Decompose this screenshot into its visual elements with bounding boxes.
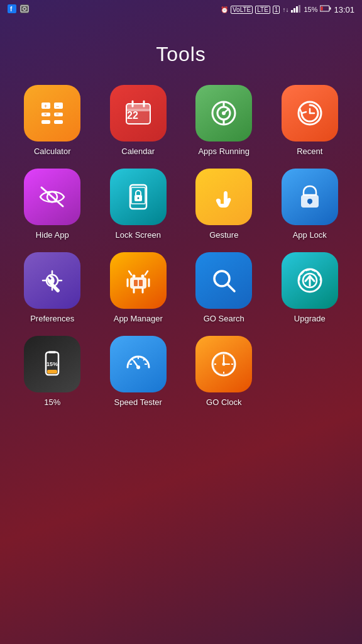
svg-rect-57 <box>139 280 143 286</box>
app-item-app-lock[interactable]: App Lock <box>270 169 350 240</box>
svg-rect-49 <box>130 277 146 289</box>
app-item-preferences[interactable]: Preferences <box>13 252 92 323</box>
signal-bars <box>291 5 301 14</box>
recent-label: Recent <box>297 147 322 156</box>
battery-icon-bg: 15% <box>24 336 80 392</box>
calculator-icon-bg: + − × = <box>24 85 80 142</box>
svg-line-59 <box>228 284 234 291</box>
go-search-icon-bg <box>195 252 252 309</box>
svg-rect-64 <box>48 351 56 353</box>
alarm-icon: ⏰ <box>221 6 228 13</box>
lte-indicator: LTE <box>255 6 270 14</box>
svg-text:15%: 15% <box>47 361 58 367</box>
app-grid: + − × = Calculator 22 Calendar <box>0 85 362 407</box>
app-item-app-manager[interactable]: App Manager <box>99 252 178 323</box>
svg-rect-5 <box>291 10 293 13</box>
speed-tester-icon-bg <box>110 336 167 392</box>
speed-tester-label: Speed Tester <box>114 397 162 407</box>
hide-app-icon-bg <box>24 169 80 225</box>
facebook-icon: f <box>8 4 16 15</box>
app-item-gesture[interactable]: Gesture <box>184 169 264 240</box>
svg-rect-11 <box>321 7 323 11</box>
app-manager-icon-bg <box>110 252 167 309</box>
app-item-apps-running[interactable]: Apps Running <box>184 85 264 156</box>
svg-rect-6 <box>293 8 295 13</box>
upgrade-icon-bg <box>282 252 338 309</box>
svg-text:−: − <box>56 103 59 109</box>
data-arrows: ↑↓ <box>282 6 288 13</box>
gesture-icon-bg <box>195 169 252 225</box>
page-title: Tools <box>0 43 362 66</box>
svg-point-48 <box>141 275 144 278</box>
svg-line-54 <box>129 271 131 275</box>
app-item-battery[interactable]: 15% 15% <box>13 336 92 407</box>
svg-text:22: 22 <box>127 110 138 121</box>
battery-label: 15% <box>44 397 60 407</box>
svg-rect-56 <box>134 280 138 286</box>
app-item-go-search[interactable]: GO Search <box>184 252 264 323</box>
svg-text:+: + <box>44 103 47 109</box>
app-lock-icon-bg <box>282 169 338 225</box>
app-item-hide-app[interactable]: Hide App <box>13 169 92 240</box>
apps-running-icon-bg <box>195 85 252 142</box>
app-item-recent[interactable]: Recent <box>270 85 350 156</box>
svg-line-39 <box>41 187 63 206</box>
svg-line-55 <box>145 271 148 275</box>
svg-rect-10 <box>330 8 331 10</box>
svg-rect-46 <box>309 201 310 204</box>
svg-text:×: × <box>44 111 47 117</box>
svg-rect-65 <box>47 370 57 374</box>
apps-running-label: Apps Running <box>198 147 250 156</box>
photo-icon <box>20 4 29 15</box>
app-item-go-clock[interactable]: GO Clock <box>184 336 264 407</box>
calendar-icon-bg: 22 <box>110 85 167 142</box>
app-item-speed-tester[interactable]: Speed Tester <box>99 336 178 407</box>
signal-number: 1 <box>273 6 280 14</box>
gesture-label: Gesture <box>209 230 238 240</box>
upgrade-label: Upgrade <box>294 314 326 323</box>
battery-percent-status: 15% <box>304 6 317 13</box>
app-item-calculator[interactable]: + − × = Calculator <box>13 85 92 156</box>
calculator-label: Calculator <box>34 147 71 156</box>
battery-icon <box>320 5 331 14</box>
app-item-lock-screen[interactable]: Lock Screen <box>99 169 178 240</box>
svg-point-73 <box>136 365 140 369</box>
status-bar: f ⏰ VoLTE LTE 1 ↑↓ 15% <box>0 0 362 18</box>
status-left-icons: f <box>8 4 29 15</box>
svg-rect-7 <box>296 6 298 13</box>
status-right: ⏰ VoLTE LTE 1 ↑↓ 15% 13:01 <box>221 5 354 14</box>
svg-rect-16 <box>41 120 50 124</box>
svg-point-47 <box>132 275 135 278</box>
go-clock-icon-bg <box>195 336 252 392</box>
hide-app-label: Hide App <box>36 230 69 240</box>
preferences-icon-bg <box>24 252 80 309</box>
app-lock-label: App Lock <box>293 230 327 240</box>
svg-point-82 <box>222 363 226 366</box>
preferences-label: Preferences <box>30 314 74 323</box>
lock-screen-label: Lock Screen <box>116 230 161 240</box>
app-manager-label: App Manager <box>114 314 163 323</box>
app-item-calendar[interactable]: 22 Calendar <box>99 85 178 156</box>
svg-text:=: = <box>56 111 59 117</box>
svg-point-34 <box>222 111 226 115</box>
go-search-label: GO Search <box>204 314 244 323</box>
app-item-upgrade[interactable]: Upgrade <box>270 252 350 323</box>
recent-icon-bg <box>282 85 338 142</box>
svg-point-43 <box>137 197 139 199</box>
calendar-label: Calendar <box>121 147 155 156</box>
lock-screen-icon-bg <box>110 169 167 225</box>
go-clock-label: GO Clock <box>206 397 241 407</box>
svg-rect-17 <box>54 120 63 124</box>
svg-rect-8 <box>299 5 300 13</box>
volte-indicator: VoLTE <box>231 6 253 14</box>
time-display: 13:01 <box>334 5 354 14</box>
